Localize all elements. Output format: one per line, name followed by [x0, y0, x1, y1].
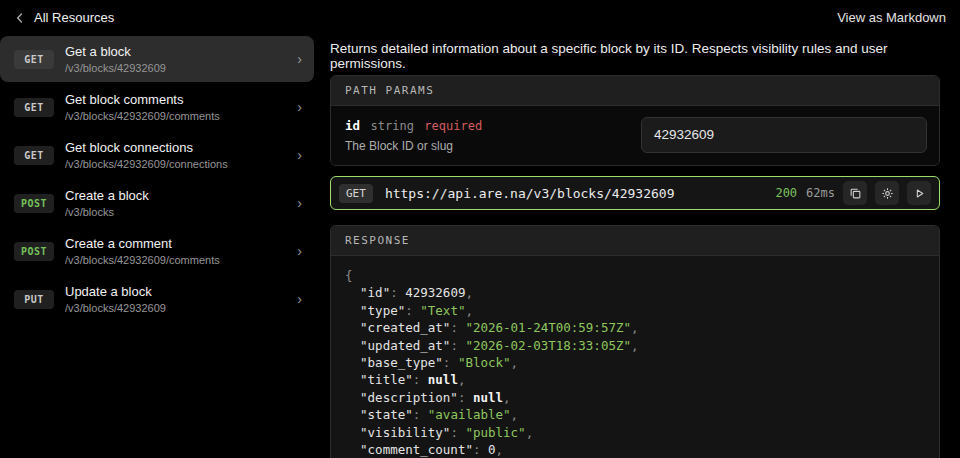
path-params-body: id string required The Block ID or slug [331, 106, 939, 165]
json-line: "type": "Text", [345, 302, 925, 319]
json-line: "base_type": "Block", [345, 354, 925, 371]
endpoint-path: /v3/blocks/42932609 [65, 61, 166, 75]
request-duration: 62ms [806, 186, 835, 200]
json-line: "description": null, [345, 389, 925, 406]
json-line: "created_at": "2026-01-24T00:59:57Z", [345, 319, 925, 336]
run-button[interactable] [907, 181, 931, 205]
chevron-right-icon: › [297, 99, 302, 115]
json-line: "comment_count": 0, [345, 441, 925, 458]
method-badge: GET [14, 50, 54, 69]
json-line: "title": null, [345, 371, 925, 388]
endpoint-item[interactable]: GETGet block connections/v3/blocks/42932… [0, 132, 314, 178]
chevron-right-icon: › [297, 147, 302, 163]
endpoint-sidebar: GETGet a block/v3/blocks/42932609›GETGet… [0, 36, 318, 458]
endpoint-path: /v3/blocks/42932609/comments [65, 253, 220, 267]
endpoint-description: Returns detailed information about a spe… [330, 41, 940, 71]
response-panel: RESPONSE { "id": 42932609, "type": "Text… [330, 225, 940, 458]
endpoint-item[interactable]: GETGet block comments/v3/blocks/42932609… [0, 84, 314, 130]
endpoint-item[interactable]: POSTCreate a comment/v3/blocks/42932609/… [0, 228, 314, 274]
chevron-right-icon: › [297, 51, 302, 67]
endpoint-title: Get a block [65, 44, 166, 60]
resources-title[interactable]: All Resources [34, 10, 114, 25]
endpoint-text: Get block connections/v3/blocks/42932609… [65, 140, 228, 171]
endpoint-path: /v3/blocks [65, 205, 149, 219]
back-button[interactable] [10, 8, 30, 28]
param-type: string [371, 119, 414, 133]
method-badge: POST [14, 194, 54, 213]
method-badge: GET [14, 98, 54, 117]
json-line: "state": "available", [345, 406, 925, 423]
request-url[interactable]: https://api.are.na/v3/blocks/42932609 [385, 186, 675, 201]
endpoint-title: Create a comment [65, 236, 220, 252]
endpoint-item[interactable]: PUTUpdate a block/v3/blocks/42932609› [0, 276, 314, 322]
endpoint-title: Get block connections [65, 140, 228, 156]
endpoint-title: Update a block [65, 284, 166, 300]
json-line: { [345, 267, 925, 284]
endpoint-path: /v3/blocks/42932609/connections [65, 157, 228, 171]
endpoint-path: /v3/blocks/42932609 [65, 301, 166, 315]
json-line: "visibility": "public", [345, 424, 925, 441]
param-id-input[interactable] [641, 117, 927, 153]
gear-icon [881, 187, 894, 200]
copy-button[interactable] [843, 181, 867, 205]
endpoint-item[interactable]: GETGet a block/v3/blocks/42932609› [0, 36, 314, 82]
status-code: 200 [775, 186, 797, 200]
request-bar: GET https://api.are.na/v3/blocks/4293260… [330, 176, 940, 210]
run-icon [913, 187, 926, 200]
request-method-badge: GET [339, 184, 373, 203]
json-line: "id": 42932609, [345, 284, 925, 301]
top-header: All Resources View as Markdown [0, 0, 960, 36]
endpoint-text: Create a block/v3/blocks [65, 188, 149, 219]
endpoint-text: Get block comments/v3/blocks/42932609/co… [65, 92, 220, 123]
response-header: RESPONSE [331, 226, 939, 256]
param-info: id string required The Block ID or slug [345, 116, 482, 153]
json-line: "updated_at": "2026-02-03T18:33:05Z", [345, 337, 925, 354]
endpoint-item[interactable]: POSTCreate a block/v3/blocks› [0, 180, 314, 226]
param-name: id [345, 118, 360, 133]
response-json[interactable]: { "id": 42932609, "type": "Text", "creat… [331, 256, 939, 458]
chevron-right-icon: › [297, 195, 302, 211]
settings-button[interactable] [875, 181, 899, 205]
param-description: The Block ID or slug [345, 139, 482, 153]
chevron-left-icon [13, 11, 27, 25]
endpoint-title: Create a block [65, 188, 149, 204]
method-badge: POST [14, 242, 54, 261]
path-params-panel: PATH PARAMS id string required The Block… [330, 75, 940, 166]
endpoint-text: Get a block/v3/blocks/42932609 [65, 44, 166, 75]
copy-icon [849, 187, 862, 200]
endpoint-path: /v3/blocks/42932609/comments [65, 109, 220, 123]
endpoint-text: Create a comment/v3/blocks/42932609/comm… [65, 236, 220, 267]
view-as-markdown-link[interactable]: View as Markdown [837, 10, 946, 25]
chevron-right-icon: › [297, 291, 302, 307]
param-required-badge: required [424, 119, 482, 133]
chevron-right-icon: › [297, 243, 302, 259]
endpoint-text: Update a block/v3/blocks/42932609 [65, 284, 166, 315]
method-badge: GET [14, 146, 54, 165]
method-badge: PUT [14, 290, 54, 309]
endpoint-title: Get block comments [65, 92, 220, 108]
path-params-header: PATH PARAMS [331, 76, 939, 106]
